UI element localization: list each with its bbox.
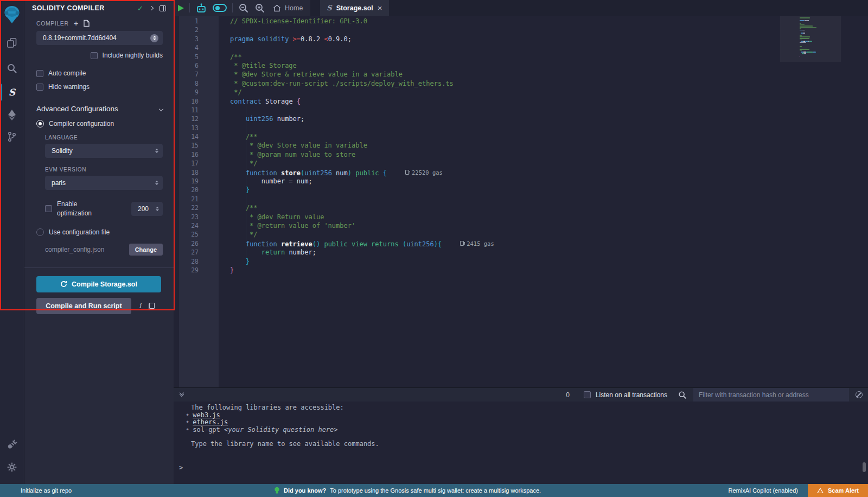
line-number: 9 — [174, 88, 219, 97]
warning-icon — [817, 488, 824, 493]
close-tab-icon[interactable]: × — [378, 4, 382, 12]
terminal-library-list: •web3.js•ethers.js•sol-gpt <your Solidit… — [174, 412, 868, 434]
code-line[interactable]: 29} — [174, 266, 868, 275]
code-line[interactable]: 10contract Storage { — [174, 97, 868, 106]
collapse-terminal-icon[interactable] — [180, 393, 183, 396]
file-explorer-icon — [7, 37, 17, 48]
did-you-know-tip: Did you know? To prototype using the Gno… — [274, 487, 541, 495]
code-line[interactable]: 23 * @dev Return value — [174, 213, 868, 221]
panel-title: SOLIDITY COMPILER — [32, 4, 137, 12]
minimap[interactable] — [800, 17, 835, 57]
compile-and-run-button[interactable]: Compile and Run script — [36, 298, 131, 314]
code-line[interactable]: 14 /** — [174, 132, 868, 141]
code-line[interactable]: 8 * @custom:dev-run-script ./scripts/dep… — [174, 79, 868, 88]
sidebar-item-solidity-compiler[interactable]: S — [0, 82, 24, 103]
code-line[interactable]: 28 } — [174, 257, 868, 266]
use-configuration-file-radio[interactable] — [36, 228, 44, 236]
compiler-version-select[interactable]: 0.8.19+commit.7dd6d404 — [36, 31, 163, 45]
line-number: 12 — [174, 114, 219, 123]
optimization-runs-value: 200 — [138, 205, 156, 213]
code-line[interactable]: 13 — [174, 124, 868, 132]
code-line[interactable]: 9 */ — [174, 88, 868, 97]
evm-version-select[interactable]: paris — [45, 176, 163, 190]
code-line[interactable]: 27 return number; — [174, 248, 868, 257]
code-line[interactable]: 7 * @dev Store & retrieve value in a var… — [174, 70, 868, 79]
line-number: 1 — [174, 17, 219, 26]
code-line[interactable]: 11 — [174, 106, 868, 114]
code-line[interactable]: 2 — [174, 26, 868, 34]
code-editor[interactable]: 1// SPDX-License-Identifier: GPL-3.023pr… — [174, 16, 868, 387]
code-line[interactable]: 4 — [174, 43, 868, 52]
info-icon[interactable]: i — [139, 302, 141, 310]
code-line[interactable]: 20 } — [174, 186, 868, 194]
terminal-output[interactable]: The following libraries are accessible: … — [174, 402, 868, 484]
code-line[interactable]: 5/** — [174, 53, 868, 61]
sidebar-item-search[interactable] — [0, 58, 24, 79]
tab-home[interactable]: Home — [271, 4, 305, 12]
code-line[interactable]: 17 */ — [174, 159, 868, 168]
advanced-configurations-toggle[interactable]: Advanced Configurations — [36, 105, 163, 113]
line-number: 24 — [174, 221, 219, 230]
code-line[interactable]: 21 — [174, 195, 868, 203]
code-line[interactable]: 25 */ — [174, 230, 868, 239]
select-arrows-icon — [155, 181, 158, 186]
hide-warnings-checkbox[interactable] — [36, 84, 43, 91]
code-line[interactable]: 19 number = num; — [174, 177, 868, 186]
language-select[interactable]: Solidity — [45, 144, 163, 158]
add-compiler-icon[interactable]: + — [74, 21, 79, 26]
code-line[interactable]: 22 /** — [174, 203, 868, 212]
sidebar-item-settings[interactable] — [0, 457, 24, 477]
code-line[interactable]: 6 * @title Storage — [174, 61, 868, 70]
clear-console-icon[interactable] — [856, 391, 863, 398]
tab-storage-sol[interactable]: S Storage.sol × — [320, 0, 388, 16]
code-lines: 1// SPDX-License-Identifier: GPL-3.023pr… — [174, 17, 868, 275]
code-line[interactable]: 12 uint256 number; — [174, 114, 868, 123]
listen-all-transactions-checkbox[interactable] — [584, 391, 591, 398]
pin-panel-icon[interactable] — [159, 5, 166, 11]
compile-button[interactable]: Compile Storage.sol — [36, 276, 161, 292]
terminal-scrollbar[interactable] — [863, 462, 866, 472]
change-config-button[interactable]: Change — [129, 244, 163, 256]
git-init-link[interactable]: Initialize as git repo — [0, 487, 72, 494]
copilot-toggle[interactable] — [213, 4, 227, 12]
stepper-arrows-icon[interactable] — [156, 207, 159, 212]
run-script-play-button[interactable] — [178, 5, 184, 11]
zoom-in-icon[interactable] — [254, 3, 265, 14]
terminal-prompt[interactable]: > — [174, 464, 868, 472]
scam-alert-button[interactable]: Scam Alert — [808, 484, 868, 497]
code-line[interactable]: 16 * @param num value to store — [174, 150, 868, 159]
terminal-search-icon[interactable] — [678, 391, 687, 399]
code-line[interactable]: 24 * @return value of 'number' — [174, 221, 868, 230]
code-line[interactable]: 15 * @dev Store value in variable — [174, 141, 868, 150]
remix-logo[interactable] — [0, 2, 24, 27]
line-number: 4 — [174, 43, 219, 52]
optimization-runs-input[interactable]: 200 — [131, 202, 163, 216]
compiler-configuration-radio[interactable] — [36, 120, 44, 128]
line-number: 26 — [174, 239, 219, 248]
zoom-out-icon[interactable] — [238, 3, 249, 14]
enable-optimization-label: Enable optimization — [57, 200, 104, 218]
terminal-library-link[interactable]: web3.js — [193, 411, 220, 419]
code-line[interactable]: 1// SPDX-License-Identifier: GPL-3.0 — [174, 17, 868, 26]
code-line[interactable]: 3pragma solidity >=0.8.2 <0.9.0; — [174, 35, 868, 43]
open-file-icon[interactable] — [83, 20, 90, 27]
ai-assistant-robot-icon[interactable] — [195, 3, 207, 14]
plug-icon — [7, 439, 17, 450]
sidebar-item-deploy-run[interactable] — [0, 105, 24, 125]
chevron-right-icon[interactable] — [149, 6, 154, 10]
sidebar-item-git[interactable] — [0, 126, 24, 147]
code-line[interactable]: 26 function retrieve() public view retur… — [174, 239, 868, 248]
terminal-library-link[interactable]: ethers.js — [193, 418, 228, 426]
language-value: Solidity — [52, 147, 155, 155]
listen-all-transactions-label: Listen on all transactions — [596, 391, 667, 399]
copilot-status[interactable]: RemixAI Copilot (enabled) — [729, 487, 798, 494]
code-line[interactable]: 18 function store(uint256 num) public {2… — [174, 168, 868, 177]
nightly-builds-checkbox[interactable] — [91, 52, 98, 59]
compiler-configuration-label: Compiler configuration — [49, 120, 114, 128]
sidebar-item-file-explorer[interactable] — [0, 33, 24, 53]
enable-optimization-checkbox[interactable] — [45, 205, 52, 212]
transaction-filter-input[interactable] — [693, 388, 849, 402]
copy-icon[interactable] — [149, 303, 155, 309]
sidebar-item-plugin-manager[interactable] — [0, 434, 24, 455]
auto-compile-checkbox[interactable] — [36, 70, 43, 77]
